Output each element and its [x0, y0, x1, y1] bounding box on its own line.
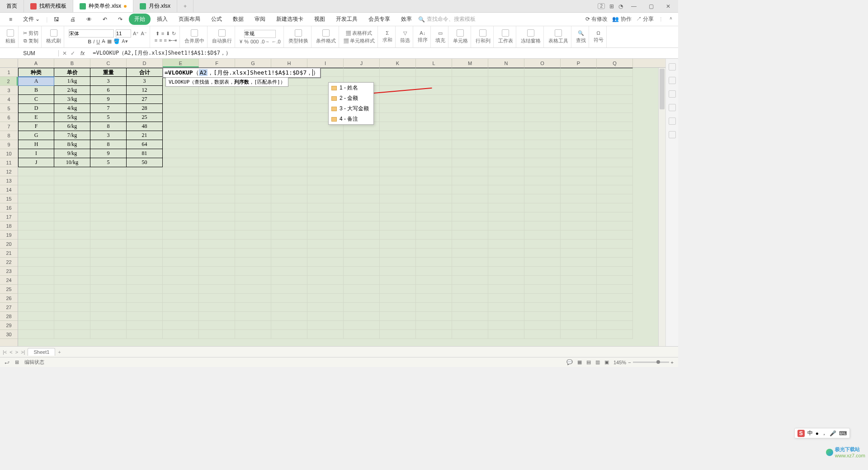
cell[interactable] [163, 158, 199, 167]
cell[interactable] [524, 194, 561, 203]
cell[interactable] [416, 140, 452, 149]
ribbon-paste[interactable]: 粘贴 [3, 26, 19, 47]
cell[interactable]: 3 [90, 77, 127, 86]
column-header[interactable]: K [380, 59, 416, 67]
cell[interactable]: 3 [90, 131, 127, 140]
view-reading-icon[interactable]: ▣ [604, 359, 609, 365]
zoom-control[interactable]: 145% − + [613, 360, 674, 365]
cell[interactable] [90, 240, 127, 249]
cell[interactable] [127, 221, 163, 230]
tab-home[interactable]: 首页 [0, 0, 24, 12]
cell[interactable] [90, 221, 127, 230]
cell[interactable] [271, 95, 307, 104]
cell[interactable] [597, 131, 633, 140]
status-cr-icon[interactable]: ⮐ [5, 360, 9, 365]
cell[interactable] [344, 321, 380, 330]
cell[interactable] [18, 285, 54, 294]
ribbon-format-painter[interactable]: 格式刷 [43, 26, 64, 47]
cell[interactable] [380, 294, 416, 303]
cell[interactable] [561, 104, 597, 113]
ribbon-rowcol[interactable]: 行和列 [473, 26, 494, 47]
sidepanel-cloud-icon[interactable] [669, 104, 676, 111]
cell[interactable] [127, 258, 163, 267]
cell[interactable] [54, 221, 90, 230]
cell[interactable] [416, 122, 452, 131]
menu-insert[interactable]: 插入 [152, 14, 172, 25]
cell[interactable] [561, 203, 597, 212]
cell[interactable] [90, 330, 127, 339]
cell[interactable] [54, 167, 90, 176]
align-center-icon[interactable]: ≡ [159, 38, 162, 43]
sidepanel-select-icon[interactable] [669, 63, 676, 70]
cell[interactable] [90, 276, 127, 285]
cell[interactable] [561, 258, 597, 267]
cell[interactable] [524, 68, 561, 77]
cell[interactable] [524, 95, 561, 104]
cell[interactable] [271, 312, 307, 321]
cell[interactable] [488, 86, 524, 95]
cell[interactable] [163, 267, 199, 276]
cell[interactable] [90, 249, 127, 258]
cell[interactable] [18, 194, 54, 203]
cell[interactable] [307, 330, 344, 339]
cell[interactable] [597, 330, 633, 339]
cell[interactable] [18, 203, 54, 212]
cell[interactable] [199, 113, 235, 122]
cell[interactable] [90, 303, 127, 312]
font-size-select[interactable] [116, 29, 131, 38]
cell[interactable] [235, 167, 271, 176]
cell[interactable] [307, 176, 344, 185]
column-header[interactable]: D [127, 59, 163, 67]
cell[interactable] [271, 149, 307, 158]
cell[interactable] [344, 303, 380, 312]
cell[interactable] [488, 221, 524, 230]
cell[interactable] [380, 95, 416, 104]
cell[interactable]: 10/kg [54, 158, 90, 167]
row-header[interactable]: 30 [0, 330, 18, 339]
ribbon-sheet[interactable]: 工作表 [495, 26, 516, 47]
close-button[interactable]: ✕ [662, 3, 675, 9]
dropdown-item[interactable]: 3 - 大写金额 [329, 103, 373, 114]
row-header[interactable]: 16 [0, 203, 18, 212]
cell[interactable] [488, 267, 524, 276]
cell[interactable] [380, 312, 416, 321]
cell[interactable]: 9/kg [54, 149, 90, 158]
cell[interactable]: H [18, 140, 54, 149]
cell[interactable] [307, 212, 344, 221]
cell[interactable] [380, 194, 416, 203]
ribbon-find[interactable]: 🔍查找 [573, 26, 589, 47]
underline-button[interactable]: U [96, 39, 100, 44]
cell[interactable] [416, 258, 452, 267]
cell[interactable] [271, 212, 307, 221]
cell[interactable] [597, 185, 633, 194]
cell[interactable] [524, 267, 561, 276]
ribbon-tabletool[interactable]: 表格工具 [546, 26, 571, 47]
cell[interactable] [90, 230, 127, 240]
cell[interactable]: F [18, 122, 54, 131]
dec-inc-icon[interactable]: .0→ [260, 39, 269, 44]
cell[interactable] [307, 140, 344, 149]
cell[interactable] [344, 185, 380, 194]
cell[interactable] [380, 140, 416, 149]
cell[interactable] [18, 303, 54, 312]
cell[interactable] [597, 285, 633, 294]
cell[interactable] [488, 185, 524, 194]
row-header[interactable]: 24 [0, 276, 18, 285]
menu-efficiency[interactable]: 效率 [396, 14, 416, 25]
cell[interactable] [488, 249, 524, 258]
grow-font-icon[interactable]: A⁺ [133, 31, 139, 37]
cell[interactable] [597, 276, 633, 285]
cell[interactable] [235, 104, 271, 113]
cell[interactable]: 重量 [90, 68, 127, 77]
cell[interactable] [524, 285, 561, 294]
ribbon-merge[interactable]: 合并居中 [182, 26, 208, 47]
cell[interactable] [127, 330, 163, 339]
cell[interactable] [597, 95, 633, 104]
currency-icon[interactable]: ¥ [240, 39, 242, 44]
cell[interactable] [18, 258, 54, 267]
cell[interactable]: 5 [90, 113, 127, 122]
cell[interactable] [271, 330, 307, 339]
cell[interactable] [127, 285, 163, 294]
cell[interactable] [307, 149, 344, 158]
cell[interactable] [597, 77, 633, 86]
